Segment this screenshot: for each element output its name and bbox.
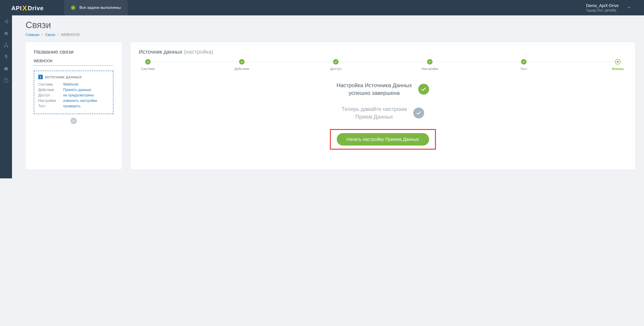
logo-x-icon: X (22, 4, 27, 12)
step-system[interactable]: Система (139, 59, 157, 71)
status-destination-pending: Теперь давайте настроим Прием Данных (139, 105, 627, 120)
logout-icon[interactable] (4, 19, 8, 25)
data-source-title: 1 ИСТОЧНИК ДАННЫХ (38, 75, 109, 79)
svg-rect-1 (4, 46, 5, 47)
finish-status-list: Настройка Источника Данных успешно завер… (139, 82, 627, 120)
page-title: Связи (26, 20, 635, 30)
kv-action-label: Действие (38, 88, 63, 92)
heading-main: Источник данных (139, 49, 182, 55)
svg-rect-0 (6, 43, 7, 44)
breadcrumb-links[interactable]: Связи (45, 33, 55, 37)
kv-system: Система Webhook (38, 82, 109, 86)
step-label: Тест (520, 67, 527, 71)
status-line1: Настройка Источника Данных (336, 82, 412, 89)
status-line2: успешно завершена (336, 89, 412, 97)
help-icon[interactable] (4, 78, 8, 84)
kv-access: Доступ не предусмотрено (38, 93, 109, 97)
step-test[interactable]: Тест (515, 59, 533, 71)
step-settings[interactable]: Настройки (421, 59, 439, 71)
header-user-area[interactable]: Demo_ApiX-Drive Тариф |Тест ДРАЙВ| (586, 4, 644, 12)
tasks-status: Все задачи выполнены (64, 0, 128, 16)
user-plan: Тариф |Тест ДРАЙВ| (586, 8, 619, 12)
status-source-complete: Настройка Источника Данных успешно завер… (139, 82, 627, 97)
breadcrumb-home[interactable]: Главная (26, 33, 40, 37)
step-label: Доступ (330, 67, 342, 71)
start-destination-setup-button[interactable]: Начать настройку Приема Данных (337, 133, 429, 146)
connection-panel: Название связи WEBHOOK 1 ИСТОЧНИК ДАННЫХ… (26, 42, 122, 169)
user-info: Demo_ApiX-Drive Тариф |Тест ДРАЙВ| (586, 4, 619, 12)
cta-wrapper: Начать настройку Приема Данных (139, 129, 627, 150)
step-label: Настройки (422, 67, 438, 71)
status-text: Теперь давайте настроим Прием Данных (342, 105, 407, 120)
chevron-down-icon[interactable] (628, 7, 630, 8)
source-setup-heading: Источник данных (настройка) (139, 49, 627, 55)
check-icon (71, 6, 76, 10)
check-icon (427, 59, 432, 64)
check-icon (521, 59, 526, 64)
check-icon (145, 59, 150, 64)
check-icon (418, 84, 429, 95)
sitemap-icon[interactable] (4, 42, 8, 49)
add-destination-button[interactable]: + (70, 118, 77, 124)
check-icon (333, 59, 338, 64)
briefcase-icon[interactable] (4, 66, 8, 72)
tasks-status-text: Все задачи выполнены (80, 6, 121, 10)
source-number-badge: 1 (38, 75, 43, 79)
cta-highlight-box: Начать настройку Приема Данных (330, 129, 436, 150)
logo-text-drive: Drive (28, 5, 44, 12)
kv-system-label: Система (38, 82, 63, 86)
step-label: Действие (234, 67, 249, 71)
data-source-box[interactable]: 1 ИСТОЧНИК ДАННЫХ Система Webhook Действ… (34, 71, 114, 114)
step-connector-line (148, 62, 618, 62)
sidebar (0, 16, 12, 178)
kv-system-value[interactable]: Webhook (63, 82, 78, 86)
check-icon (413, 108, 424, 118)
main-content: Связи Главная / Связи / WEBHOOK Название… (12, 16, 644, 178)
user-name: Demo_ApiX-Drive (586, 4, 619, 8)
status-text: Настройка Источника Данных успешно завер… (336, 82, 412, 97)
kv-settings: Настройки изменить настройки (38, 99, 109, 103)
breadcrumb-sep: / (42, 33, 42, 37)
step-access[interactable]: Доступ (327, 59, 345, 71)
breadcrumb-sep: / (58, 33, 59, 37)
heading-sub: (настройка) (184, 49, 213, 55)
kv-test: Тест проверить (38, 104, 109, 108)
logo-text-api: API (11, 5, 22, 12)
connection-heading: Название связи (34, 49, 114, 55)
source-setup-panel: Источник данных (настройка) Система Дейс… (131, 42, 635, 169)
kv-settings-label: Настройки (38, 99, 63, 103)
kv-settings-value[interactable]: изменить настройки (63, 99, 97, 103)
source-title-text: ИСТОЧНИК ДАННЫХ (45, 75, 82, 79)
step-action[interactable]: Действие (233, 59, 251, 71)
home-icon[interactable] (4, 31, 8, 37)
dollar-icon[interactable] (4, 54, 8, 61)
step-label: Система (141, 67, 155, 71)
kv-access-label: Доступ (38, 93, 63, 97)
kv-action-value[interactable]: Принять данные (63, 88, 91, 92)
check-icon (239, 59, 244, 64)
breadcrumb: Главная / Связи / WEBHOOK (26, 33, 635, 37)
connection-name-input[interactable]: WEBHOOK (34, 59, 114, 66)
app-header: API X Drive Все задачи выполнены Demo_Ap… (0, 0, 644, 16)
status-line1: Теперь давайте настроим (342, 105, 407, 113)
kv-test-value[interactable]: проверить (63, 104, 80, 108)
current-step-icon (615, 59, 620, 64)
breadcrumb-current: WEBHOOK (61, 33, 80, 37)
kv-test-label: Тест (38, 104, 63, 108)
kv-access-value[interactable]: не предусмотрено (63, 93, 94, 97)
kv-action: Действие Принять данные (38, 88, 109, 92)
logo[interactable]: API X Drive (11, 4, 44, 12)
svg-rect-2 (7, 46, 8, 47)
step-finish[interactable]: Финиш (609, 59, 627, 71)
wizard-steps: Система Действие Доступ Настройки (139, 59, 627, 71)
status-line2: Прием Данных (342, 113, 407, 121)
step-label: Финиш (612, 67, 624, 71)
